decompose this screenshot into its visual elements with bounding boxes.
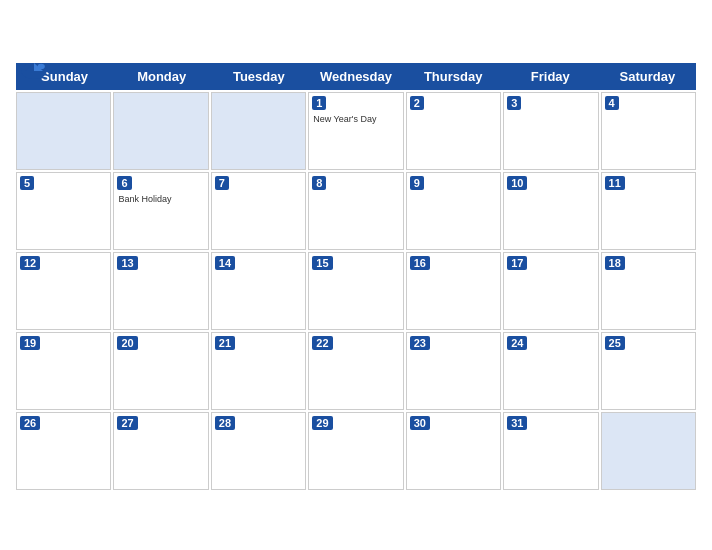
logo-text — [16, 57, 54, 85]
header-friday: Friday — [502, 63, 599, 90]
day-cell: 17 — [503, 252, 598, 330]
day-cell: 2 — [406, 92, 501, 170]
header-wednesday: Wednesday — [307, 63, 404, 90]
day-cell: 11 — [601, 172, 696, 250]
day-number: 31 — [507, 416, 527, 430]
empty-cell — [16, 92, 111, 170]
day-number: 28 — [215, 416, 235, 430]
day-cell: 12 — [16, 252, 111, 330]
day-cell: 23 — [406, 332, 501, 410]
day-cell: 4 — [601, 92, 696, 170]
logo — [16, 57, 54, 85]
day-cell: 1New Year's Day — [308, 92, 403, 170]
day-number: 12 — [20, 256, 40, 270]
day-cell: 16 — [406, 252, 501, 330]
day-number: 30 — [410, 416, 430, 430]
day-number: 14 — [215, 256, 235, 270]
calendar: Sunday Monday Tuesday Wednesday Thursday… — [0, 45, 712, 506]
day-number: 10 — [507, 176, 527, 190]
day-cell: 3 — [503, 92, 598, 170]
day-number: 22 — [312, 336, 332, 350]
day-cell: 24 — [503, 332, 598, 410]
day-cell: 21 — [211, 332, 306, 410]
day-cell: 14 — [211, 252, 306, 330]
day-headers: Sunday Monday Tuesday Wednesday Thursday… — [16, 63, 696, 90]
day-cell: 26 — [16, 412, 111, 490]
svg-point-3 — [38, 63, 45, 68]
day-cell: 29 — [308, 412, 403, 490]
day-cell: 9 — [406, 172, 501, 250]
day-number: 1 — [312, 96, 326, 110]
day-number: 27 — [117, 416, 137, 430]
day-number: 4 — [605, 96, 619, 110]
day-number: 26 — [20, 416, 40, 430]
header-saturday: Saturday — [599, 63, 696, 90]
day-number: 16 — [410, 256, 430, 270]
day-cell: 18 — [601, 252, 696, 330]
day-cell: 7 — [211, 172, 306, 250]
header-monday: Monday — [113, 63, 210, 90]
day-cell: 31 — [503, 412, 598, 490]
day-number: 15 — [312, 256, 332, 270]
empty-cell — [113, 92, 208, 170]
day-number: 3 — [507, 96, 521, 110]
day-number: 20 — [117, 336, 137, 350]
day-number: 17 — [507, 256, 527, 270]
day-number: 9 — [410, 176, 424, 190]
day-number: 23 — [410, 336, 430, 350]
empty-cell — [601, 412, 696, 490]
day-number: 25 — [605, 336, 625, 350]
day-cell: 15 — [308, 252, 403, 330]
header-tuesday: Tuesday — [210, 63, 307, 90]
day-number: 24 — [507, 336, 527, 350]
day-cell: 13 — [113, 252, 208, 330]
day-cell: 30 — [406, 412, 501, 490]
day-number: 13 — [117, 256, 137, 270]
header-thursday: Thursday — [405, 63, 502, 90]
day-cell: 27 — [113, 412, 208, 490]
day-cell: 10 — [503, 172, 598, 250]
calendar-grid: 1New Year's Day23456Bank Holiday78910111… — [16, 92, 696, 490]
holiday-label: Bank Holiday — [118, 194, 203, 205]
empty-cell — [211, 92, 306, 170]
day-cell: 22 — [308, 332, 403, 410]
day-number: 29 — [312, 416, 332, 430]
day-cell: 20 — [113, 332, 208, 410]
day-cell: 6Bank Holiday — [113, 172, 208, 250]
day-cell: 8 — [308, 172, 403, 250]
day-cell: 19 — [16, 332, 111, 410]
day-number: 18 — [605, 256, 625, 270]
day-cell: 28 — [211, 412, 306, 490]
day-number: 8 — [312, 176, 326, 190]
day-number: 7 — [215, 176, 229, 190]
day-number: 11 — [605, 176, 625, 190]
day-cell: 25 — [601, 332, 696, 410]
day-number: 19 — [20, 336, 40, 350]
bird-icon — [16, 57, 52, 85]
day-cell: 5 — [16, 172, 111, 250]
day-number: 21 — [215, 336, 235, 350]
holiday-label: New Year's Day — [313, 114, 398, 125]
day-number: 5 — [20, 176, 34, 190]
day-number: 2 — [410, 96, 424, 110]
day-number: 6 — [117, 176, 131, 190]
